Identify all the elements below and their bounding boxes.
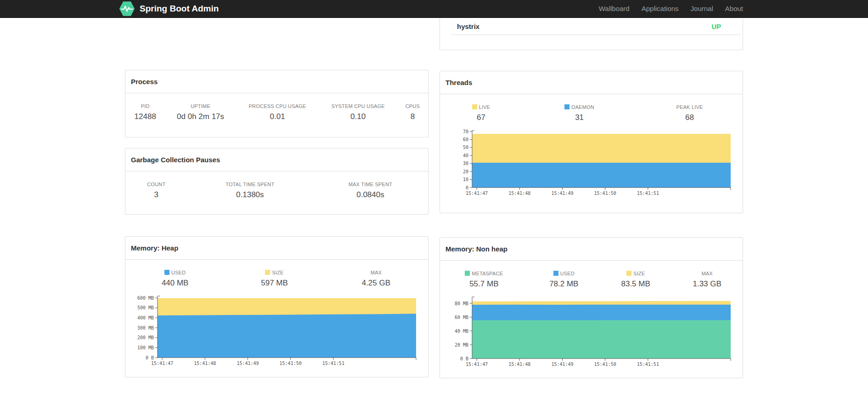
stat-value: 83.5 MB [600, 276, 671, 290]
stat-value: 67 [440, 110, 522, 123]
threads-chart: 01020304050607015:41:4715:41:4815:41:491… [446, 129, 733, 198]
memory-nonheap-panel: Memory: Non heap METASPACEUSEDSIZEMAX55.… [440, 237, 743, 378]
stat-label: MAX [671, 270, 743, 276]
application-row-wrap: hystrix UP [451, 18, 741, 35]
threads-chart-svg: 01020304050607015:41:4715:41:4815:41:491… [446, 129, 733, 198]
legend-swatch-icon [626, 271, 631, 276]
legend-swatch-icon [553, 271, 558, 276]
stat-value: 78.2 MB [528, 276, 600, 290]
svg-text:15:41:51: 15:41:51 [322, 361, 344, 366]
process-panel: Process PIDUPTIMEPROCESS CPU USAGESYSTEM… [125, 70, 428, 137]
stat-label: SIZE [600, 270, 671, 276]
svg-text:15:41:50: 15:41:50 [594, 191, 616, 196]
svg-text:70: 70 [463, 129, 468, 134]
svg-text:15:41:51: 15:41:51 [637, 362, 659, 367]
svg-text:15:41:50: 15:41:50 [280, 361, 302, 366]
stat-label: PID [125, 102, 165, 109]
nav-item-journal[interactable]: Journal [685, 0, 719, 17]
navbar-container: Spring Boot Admin Wallboard Applications… [125, 0, 743, 17]
memory-heap-chart: 0 B100 MB200 MB300 MB400 MB500 MB600 MB1… [132, 294, 419, 368]
stat-label: PROCESS CPU USAGE [236, 102, 319, 109]
svg-text:60: 60 [463, 137, 468, 142]
threads-stats: LIVEDAEMONPEAK LIVE673168 [440, 103, 743, 123]
stat-label: SYSTEM CPU USAGE [319, 102, 397, 109]
svg-text:300 MB: 300 MB [137, 325, 154, 330]
heap-chart-svg: 0 B100 MB200 MB300 MB400 MB500 MB600 MB1… [132, 294, 419, 368]
svg-text:60 MB: 60 MB [455, 315, 468, 320]
svg-text:15:41:49: 15:41:49 [551, 362, 573, 367]
svg-text:80 MB: 80 MB [455, 301, 468, 306]
svg-text:20: 20 [463, 169, 468, 174]
stat-value: 1.33 GB [671, 276, 743, 290]
process-stats: PIDUPTIMEPROCESS CPU USAGESYSTEM CPU USA… [125, 102, 428, 122]
stat-value: 31 [522, 110, 637, 123]
nav-item-wallboard[interactable]: Wallboard [593, 0, 636, 17]
application-status-badge: UP [711, 23, 741, 30]
stat-label: PEAK LIVE [637, 103, 743, 110]
nav-item-applications[interactable]: Applications [636, 0, 685, 17]
svg-text:0 B: 0 B [146, 355, 154, 360]
svg-text:15:41:47: 15:41:47 [466, 191, 488, 196]
svg-text:15:41:50: 15:41:50 [594, 362, 616, 367]
stat-value: 0d 0h 2m 17s [165, 109, 236, 122]
legend-swatch-icon [564, 104, 569, 109]
applications-panel: hystrix UP [440, 18, 743, 50]
stat-value: 0.01 [236, 109, 319, 122]
stat-value: 0.0840s [313, 187, 428, 200]
stat-label: MAX [324, 269, 428, 275]
stat-label: CPUS [397, 102, 428, 109]
svg-text:0: 0 [466, 185, 468, 190]
legend-swatch-icon [265, 270, 270, 275]
svg-text:15:41:48: 15:41:48 [508, 362, 530, 367]
stat-label: USED [125, 269, 225, 275]
memory-nonheap-stats: METASPACEUSEDSIZEMAX55.7 MB78.2 MB83.5 M… [440, 270, 743, 290]
svg-text:20 MB: 20 MB [455, 342, 468, 347]
svg-text:15:41:49: 15:41:49 [237, 361, 259, 366]
brand[interactable]: Spring Boot Admin [118, 1, 219, 17]
stat-value: 55.7 MB [440, 276, 528, 290]
stat-value: 3 [125, 187, 187, 200]
svg-text:500 MB: 500 MB [137, 305, 154, 310]
process-panel-title: Process [125, 70, 428, 93]
memory-nonheap-chart: 0 B20 MB40 MB60 MB80 MB15:41:4715:41:481… [446, 295, 733, 369]
svg-text:15:41:51: 15:41:51 [637, 191, 659, 196]
svg-text:40: 40 [463, 153, 468, 158]
stat-label: SIZE [225, 269, 324, 275]
brand-title: Spring Boot Admin [140, 4, 219, 14]
threads-panel-title: Threads [440, 71, 743, 94]
stat-label: DAEMON [522, 103, 637, 110]
memory-nonheap-panel-title: Memory: Non heap [440, 238, 743, 261]
application-row[interactable]: hystrix UP [451, 18, 741, 34]
svg-text:0 B: 0 B [460, 356, 468, 361]
memory-heap-stats: USEDSIZEMAX440 MB597 MB4.25 GB [125, 269, 428, 289]
stat-value: 597 MB [225, 275, 324, 289]
svg-text:30: 30 [463, 161, 468, 166]
stat-value: 0.1380s [187, 187, 313, 200]
stat-value: 8 [397, 109, 428, 122]
svg-text:10: 10 [463, 177, 468, 182]
svg-text:100 MB: 100 MB [137, 345, 154, 350]
svg-text:15:41:47: 15:41:47 [151, 361, 173, 366]
stat-label: COUNT [125, 181, 187, 187]
svg-text:15:41:48: 15:41:48 [508, 191, 530, 196]
gc-stats: COUNTTOTAL TIME SPENTMAX TIME SPENT30.13… [125, 181, 428, 200]
svg-text:15:41:47: 15:41:47 [466, 362, 488, 367]
stat-label: USED [528, 270, 600, 276]
stat-label: LIVE [440, 103, 522, 110]
stat-label: UPTIME [165, 102, 236, 109]
gc-panel: Garbage Collection Pauses COUNTTOTAL TIM… [125, 148, 428, 215]
legend-swatch-icon [472, 104, 477, 109]
stat-label: TOTAL TIME SPENT [187, 181, 313, 187]
svg-text:50: 50 [463, 145, 468, 150]
gc-panel-title: Garbage Collection Pauses [125, 148, 428, 171]
application-name: hystrix [451, 23, 479, 30]
svg-text:15:41:48: 15:41:48 [194, 361, 216, 366]
stat-value: 0.10 [319, 109, 397, 122]
svg-text:200 MB: 200 MB [137, 335, 154, 340]
threads-panel: Threads LIVEDAEMONPEAK LIVE673168 010203… [440, 71, 743, 213]
stat-value: 4.25 GB [324, 275, 428, 289]
svg-text:400 MB: 400 MB [137, 315, 154, 320]
nav-item-about[interactable]: About [719, 0, 743, 17]
brand-logo-icon [118, 1, 135, 17]
legend-swatch-icon [164, 270, 169, 275]
